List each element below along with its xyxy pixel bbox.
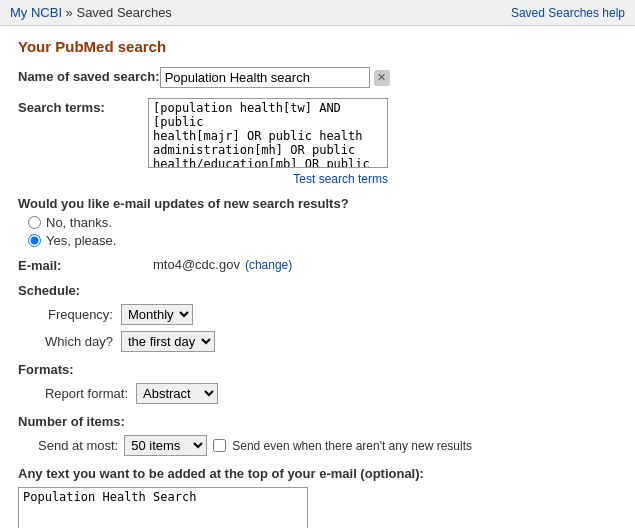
schedule-inner: Frequency: Daily Weekly Monthly Which da… xyxy=(18,304,617,352)
which-day-row: Which day? the first day the last day xyxy=(38,331,617,352)
items-label: Number of items: xyxy=(18,414,617,429)
breadcrumb: My NCBI » Saved Searches xyxy=(10,5,172,20)
main-content: Your PubMed search Name of saved search:… xyxy=(0,26,635,528)
frequency-row: Frequency: Daily Weekly Monthly xyxy=(38,304,617,325)
report-format-select[interactable]: Abstract Summary Full xyxy=(136,383,218,404)
search-terms-label: Search terms: xyxy=(18,98,148,115)
yes-radio[interactable] xyxy=(28,234,41,247)
no-label: No, thanks. xyxy=(46,215,112,230)
search-terms-textarea-wrap: [population health[tw] AND [public healt… xyxy=(148,98,388,171)
frequency-label: Frequency: xyxy=(38,307,113,322)
which-day-select[interactable]: the first day the last day xyxy=(121,331,215,352)
email-address: mto4@cdc.gov xyxy=(153,257,240,272)
breadcrumb-separator: » xyxy=(62,5,76,20)
schedule-section: Schedule: Frequency: Daily Weekly Monthl… xyxy=(18,283,617,352)
yes-radio-row: Yes, please. xyxy=(18,233,617,248)
help-link-container: Saved Searches help xyxy=(511,5,625,20)
name-value-container: ✕ xyxy=(160,67,617,88)
test-search-terms-link[interactable]: Test search terms xyxy=(293,172,388,186)
yes-label: Yes, please. xyxy=(46,233,116,248)
items-section: Number of items: Send at most: 5 items 1… xyxy=(18,414,617,456)
search-terms-row: Search terms: [population health[tw] AND… xyxy=(18,98,617,186)
no-radio[interactable] xyxy=(28,216,41,229)
test-link-container: Test search terms xyxy=(148,171,388,186)
items-inner: Send at most: 5 items 10 items 20 items … xyxy=(18,435,617,456)
report-format-label: Report format: xyxy=(38,386,128,401)
my-ncbi-link[interactable]: My NCBI xyxy=(10,5,62,20)
optional-label: Any text you want to be added at the top… xyxy=(18,466,617,481)
send-even-label: Send even when there aren't any new resu… xyxy=(232,439,472,453)
frequency-select[interactable]: Daily Weekly Monthly xyxy=(121,304,193,325)
clear-name-button[interactable]: ✕ xyxy=(374,70,390,86)
no-radio-row: No, thanks. xyxy=(18,215,617,230)
email-change-container: (change) xyxy=(245,257,292,272)
send-even-checkbox[interactable] xyxy=(213,439,226,452)
formats-label: Formats: xyxy=(18,362,617,377)
which-day-label: Which day? xyxy=(38,334,113,349)
saved-searches-label: Saved Searches xyxy=(76,5,171,20)
email-label: E-mail: xyxy=(18,256,148,273)
email-row: E-mail: mto4@cdc.gov (change) xyxy=(18,256,617,273)
report-format-row: Report format: Abstract Summary Full xyxy=(38,383,617,404)
optional-textarea[interactable]: Population Health Search xyxy=(18,487,308,528)
name-input-wrap: ✕ xyxy=(160,67,617,88)
formats-section: Formats: Report format: Abstract Summary… xyxy=(18,362,617,404)
email-change-link[interactable]: (change) xyxy=(245,258,292,272)
email-updates-question: Would you like e-mail updates of new sea… xyxy=(18,196,617,248)
saved-searches-help-link[interactable]: Saved Searches help xyxy=(511,6,625,20)
name-row: Name of saved search: ✕ xyxy=(18,67,617,88)
send-at-most-label: Send at most: xyxy=(38,438,118,453)
search-terms-value-container: [population health[tw] AND [public healt… xyxy=(148,98,617,186)
name-label: Name of saved search: xyxy=(18,67,160,84)
optional-section: Any text you want to be added at the top… xyxy=(18,466,617,528)
search-terms-textarea[interactable]: [population health[tw] AND [public healt… xyxy=(148,98,388,168)
formats-inner: Report format: Abstract Summary Full xyxy=(18,383,617,404)
send-at-most-select[interactable]: 5 items 10 items 20 items 50 items 100 i… xyxy=(124,435,207,456)
page-header: My NCBI » Saved Searches Saved Searches … xyxy=(0,0,635,26)
schedule-label: Schedule: xyxy=(18,283,617,298)
optional-textarea-wrap: Population Health Search xyxy=(18,487,308,528)
name-input[interactable] xyxy=(160,67,370,88)
email-updates-label: Would you like e-mail updates of new sea… xyxy=(18,196,617,211)
page-title: Your PubMed search xyxy=(18,38,617,55)
